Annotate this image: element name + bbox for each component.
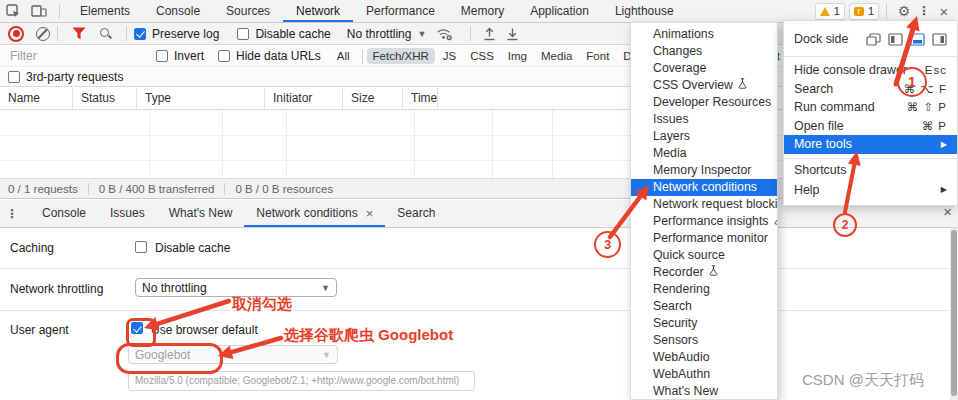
drawer-tab[interactable]: What's New× [157,200,245,227]
network-throttling-label: Network throttling [10,282,103,296]
search-network-icon[interactable] [99,27,113,41]
hide-data-urls-checkbox[interactable] [218,50,230,62]
shortcut-label: ⌘ P [922,119,947,133]
submenu-item[interactable]: Performance insights [631,213,777,230]
column-header[interactable]: Status [73,88,137,109]
panel-tab[interactable]: Elements [67,0,143,22]
submenu-item[interactable]: What's New [631,383,777,400]
resources-size: 0 B / 0 B resources [235,183,333,195]
submenu-item[interactable]: Memory Inspector [631,162,777,179]
drawer-tab[interactable]: Search× [385,200,447,227]
drawer-tab[interactable]: Issues× [98,200,157,227]
filter-chip[interactable]: Media [535,48,578,64]
panel-tab[interactable]: Memory [448,0,517,22]
invert-label: Invert [174,49,204,63]
drawer-scrollbar[interactable] [950,228,958,400]
submenu-item[interactable]: Coverage [631,60,777,77]
panel-tab[interactable]: Network [283,0,353,22]
disable-cache-checkbox[interactable] [237,28,249,40]
menu-item[interactable]: Run command ⌘ ⇧ P ▶ [784,98,957,117]
import-har-icon[interactable] [483,27,496,41]
third-party-checkbox[interactable] [8,71,20,83]
submenu-item[interactable]: Changes [631,43,777,60]
record-network-log-icon[interactable] [8,26,24,42]
issue-count: 1 [868,5,874,17]
menu-item[interactable]: Help ▶ [784,181,957,200]
submenu-arrow-icon: ▶ [941,185,947,194]
clear-network-log-icon[interactable] [36,27,50,41]
column-header[interactable]: Time [403,88,438,109]
inspect-element-icon[interactable] [0,0,26,22]
dock-right-icon[interactable] [932,33,947,46]
column-header[interactable]: Name [0,88,73,109]
undock-icon[interactable] [866,33,881,46]
submenu-item[interactable]: Media [631,145,777,162]
close-tab-icon[interactable]: × [366,200,374,227]
submenu-item[interactable]: Recorder [631,264,777,281]
filter-chip-all[interactable]: All [331,48,356,64]
panel-tab[interactable]: Application [517,0,602,22]
submenu-item[interactable]: CSS Overview [631,77,777,94]
step-1-marker: 1 [897,67,927,97]
warnings-badge[interactable]: 1 [815,3,845,20]
panel-tab[interactable]: Lighthouse [602,0,687,22]
preserve-log-label: Preserve log [152,27,219,41]
submenu-item[interactable]: Search [631,298,777,315]
filter-funnel-icon[interactable] [72,27,86,40]
menu-item[interactable]: Hide console drawer Esc ▶ [784,61,957,80]
drawer-menu-kebab-icon[interactable]: ⋮ [2,207,22,221]
filter-chip[interactable]: JS [437,48,462,64]
third-party-label: 3rd-party requests [26,70,123,84]
submenu-item[interactable]: Issues [631,111,777,128]
submenu-item[interactable]: WebAuthn [631,366,777,383]
column-header[interactable]: Type [137,88,265,109]
submenu-item[interactable]: Network request blocking [631,196,777,213]
submenu-item[interactable]: Layers [631,128,777,145]
device-toolbar-icon[interactable] [26,0,52,22]
panel-tab[interactable]: Console [143,0,213,22]
network-conditions-icon[interactable] [436,27,453,41]
drawer-tab[interactable]: Console× [30,200,98,227]
use-browser-default-label: Use browser default [151,323,258,337]
shortcut-label: ⌘ ⇧ P [907,100,947,114]
chevron-down-icon: ▼ [322,350,331,360]
invert-checkbox[interactable] [156,50,168,62]
menu-item[interactable]: Open file ⌘ P ▶ [784,117,957,136]
throttling-dropdown[interactable]: No throttling [347,27,412,41]
export-har-icon[interactable] [506,27,519,41]
drawer-disable-cache-checkbox[interactable] [135,241,147,253]
googlebot-highlight-box [116,343,223,374]
dock-bottom-icon[interactable] [910,33,925,46]
column-header[interactable]: Initiator [265,88,343,109]
drawer-tab[interactable]: Network conditions× [244,200,385,227]
more-options-kebab-icon[interactable]: ⋮ [914,4,934,18]
submenu-item[interactable]: Sensors [631,332,777,349]
submenu-item[interactable]: Quick source [631,247,777,264]
settings-gear-icon[interactable]: ⚙ [894,3,914,19]
experiment-flask-icon [738,77,747,94]
close-devtools-icon[interactable]: × [934,3,954,20]
submenu-item[interactable]: Network conditions [631,179,777,196]
submenu-item[interactable]: Rendering [631,281,777,298]
tabbar-right-controls: 1 ! 1 ⚙ ⋮ × [811,0,958,22]
submenu-item[interactable]: WebAudio [631,349,777,366]
filter-input[interactable] [8,48,140,64]
filter-chip[interactable]: Fetch/XHR [367,48,435,64]
panel-tab[interactable]: Performance [353,0,448,22]
submenu-item[interactable]: Animations [631,26,777,43]
submenu-item[interactable]: Performance monitor [631,230,777,247]
filter-chip[interactable]: CSS [464,48,500,64]
menu-item[interactable]: Search ⌘ ⌥ F ▶ [784,80,957,99]
filter-chip[interactable]: Img [502,48,533,64]
preserve-log-checkbox[interactable] [134,28,146,40]
submenu-item[interactable]: Developer Resources [631,94,777,111]
panel-tab[interactable]: Sources [213,0,283,22]
menu-item[interactable]: More tools ▶ [784,135,957,154]
column-header[interactable]: Size [343,88,403,109]
issues-badge[interactable]: ! 1 [849,3,879,20]
dock-left-icon[interactable] [888,33,903,46]
menu-item[interactable]: Shortcuts ▶ [784,158,957,181]
filter-chip[interactable]: Font [580,48,615,64]
submenu-item[interactable]: Security [631,315,777,332]
user-agent-string-input[interactable]: Mozilla/5.0 (compatible; Googlebot/2.1; … [128,371,475,391]
